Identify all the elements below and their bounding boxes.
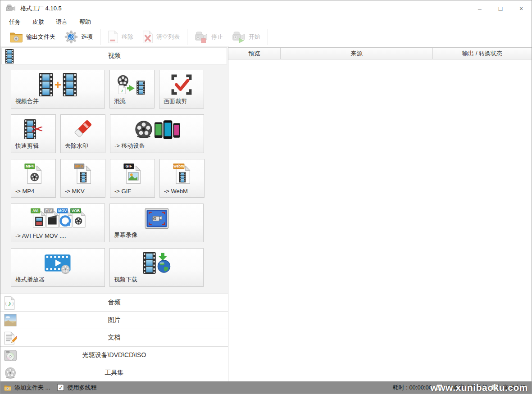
task-table-body[interactable] [228, 59, 532, 381]
high-priority-checkbox[interactable] [492, 384, 499, 391]
format-player-icon [11, 251, 105, 275]
tool-crop[interactable]: 画面裁剪 [159, 70, 204, 109]
gear-icon [64, 30, 78, 44]
stop-button[interactable]: 停止 [190, 28, 227, 46]
menu-language[interactable]: 语言 [50, 18, 73, 26]
camcorder-stop-icon [195, 31, 208, 43]
gif-doc-icon [110, 162, 155, 186]
clear-list-label: 清空列表 [156, 33, 180, 41]
mux-icon [110, 73, 154, 96]
film-merge-icon: + [11, 73, 105, 96]
tool-remove-watermark[interactable]: 去除水印 [60, 114, 105, 153]
options-label: 选项 [81, 33, 93, 41]
main-area: 视频 + 视频合并 [0, 46, 532, 381]
tool-quick-clip[interactable]: ✂ 快速剪辑 [11, 114, 56, 153]
column-preview[interactable]: 预览 [228, 48, 281, 59]
tool-screen-record[interactable]: 屏幕录像 [109, 204, 204, 242]
close-button[interactable]: × [511, 0, 532, 16]
document-remove-icon [108, 31, 118, 43]
section-disc-label: 光驱设备\DVD\CD\ISO [0, 351, 228, 359]
tool-mobile-device[interactable]: -> 移动设备 [110, 114, 204, 153]
app-icon [6, 4, 16, 13]
menu-help[interactable]: 帮助 [73, 18, 97, 26]
section-disc[interactable]: 光驱设备\DVD\CD\ISO [0, 346, 228, 364]
filmstrip-icon [5, 49, 14, 63]
category-list: 音频 图片 文档 光驱设备\DVD\CD\ISO 工具集 [0, 294, 228, 381]
multi-format-docs-icon [11, 207, 105, 230]
section-picture[interactable]: 图片 [0, 311, 228, 329]
start-button[interactable]: 开始 [227, 28, 265, 46]
folder-camera-icon [9, 31, 23, 43]
column-output-status[interactable]: 输出 / 转换状态 [433, 48, 532, 59]
scissors-film-icon: ✂ [11, 118, 55, 141]
section-video[interactable]: 视频 [1, 47, 227, 64]
webm-doc-icon [160, 162, 204, 186]
multithread-toggle[interactable]: ✓ 使用多线程 [57, 384, 96, 392]
window-title: 格式工厂 4.10.5 [20, 5, 62, 13]
remove-button[interactable]: 移除 [103, 28, 138, 46]
video-download-icon [110, 251, 203, 275]
mp4-doc-icon [11, 162, 55, 186]
shutdown-after-checkbox[interactable] [436, 384, 443, 391]
options-button[interactable]: 选项 [60, 28, 97, 46]
section-picture-label: 图片 [0, 316, 228, 324]
toolbar-separator [268, 29, 268, 45]
disc-drive-icon [4, 349, 18, 362]
tool-mux[interactable]: 混流 [109, 70, 155, 109]
document-x-icon [142, 31, 153, 43]
output-folder-button[interactable]: 输出文件夹 [5, 28, 60, 46]
menu-tasks[interactable]: 任务 [3, 18, 27, 26]
maximize-button[interactable]: □ [490, 0, 511, 16]
music-doc-icon [4, 296, 15, 310]
mkv-doc-icon [61, 162, 105, 186]
tool-to-webm[interactable]: -> WebM [159, 159, 205, 198]
toolbar: 输出文件夹 选项 移除 清空列表 停止 开始 [0, 27, 532, 46]
clear-list-button[interactable]: 清空列表 [138, 28, 184, 46]
tool-label: 格式播放器 [15, 276, 45, 284]
section-audio-label: 音频 [0, 299, 228, 307]
menu-skin[interactable]: 皮肤 [27, 18, 50, 26]
eraser-icon [61, 118, 105, 141]
photo-icon [4, 314, 17, 326]
tool-video-merge[interactable]: + 视频合并 [11, 70, 105, 109]
tool-label: 视频下载 [114, 276, 137, 284]
tool-to-gif[interactable]: -> GIF [110, 159, 155, 198]
tool-to-mkv[interactable]: -> MKV [60, 159, 105, 198]
start-label: 开始 [249, 33, 260, 41]
multithread-checkbox[interactable]: ✓ [57, 384, 64, 391]
tool-to-avi-flv-mov[interactable]: -> AVI FLV MOV .... [11, 204, 105, 242]
tool-label: 快速剪辑 [15, 142, 39, 150]
app-window: 格式工厂 4.10.5 – □ × 任务 皮肤 语言 帮助 输出文件夹 选项 移… [0, 0, 532, 394]
tool-label: -> GIF [114, 188, 131, 195]
column-source[interactable]: 来源 [281, 48, 433, 59]
task-table-header: 预览 来源 输出 / 转换状态 [228, 47, 532, 59]
toolbar-separator [100, 29, 100, 45]
multithread-label: 使用多线程 [67, 384, 96, 392]
title-bar: 格式工厂 4.10.5 – □ × [0, 0, 532, 16]
tool-label: 混流 [114, 97, 126, 105]
toolbar-separator [187, 29, 187, 45]
section-toolset[interactable]: 工具集 [0, 364, 228, 381]
tool-video-download[interactable]: 视频下载 [109, 248, 204, 287]
tool-to-mp4[interactable]: -> MP4 [11, 159, 56, 198]
tool-label: -> AVI FLV MOV .... [15, 232, 66, 239]
remove-label: 移除 [122, 33, 133, 41]
tool-label: -> 移动设备 [114, 142, 145, 150]
task-list-panel: 预览 来源 输出 / 转换状态 [228, 46, 532, 381]
section-audio[interactable]: 音频 [0, 294, 228, 311]
sidebar: 视频 + 视频合并 [0, 46, 228, 381]
plus-icon: + [55, 79, 61, 91]
minimize-button[interactable]: – [469, 0, 490, 16]
reel-phones-icon [110, 118, 204, 141]
tool-label: 屏幕录像 [114, 231, 137, 239]
add-folder-button[interactable]: 添加文件夹 ... [4, 384, 50, 392]
tool-label: -> MP4 [15, 188, 34, 195]
video-tools-grid: + 视频合并 混流 [0, 64, 228, 294]
doc-pencil-icon [4, 331, 17, 345]
section-document-label: 文档 [0, 334, 228, 342]
status-right: 耗时 : 00:00:00 转换完成后关机 高优先级 [393, 384, 528, 392]
tool-format-player[interactable]: 格式播放器 [11, 248, 105, 287]
window-controls: – □ × [469, 0, 532, 16]
section-document[interactable]: 文档 [0, 329, 228, 346]
shutdown-after-label: 转换完成后关机 [447, 384, 488, 392]
